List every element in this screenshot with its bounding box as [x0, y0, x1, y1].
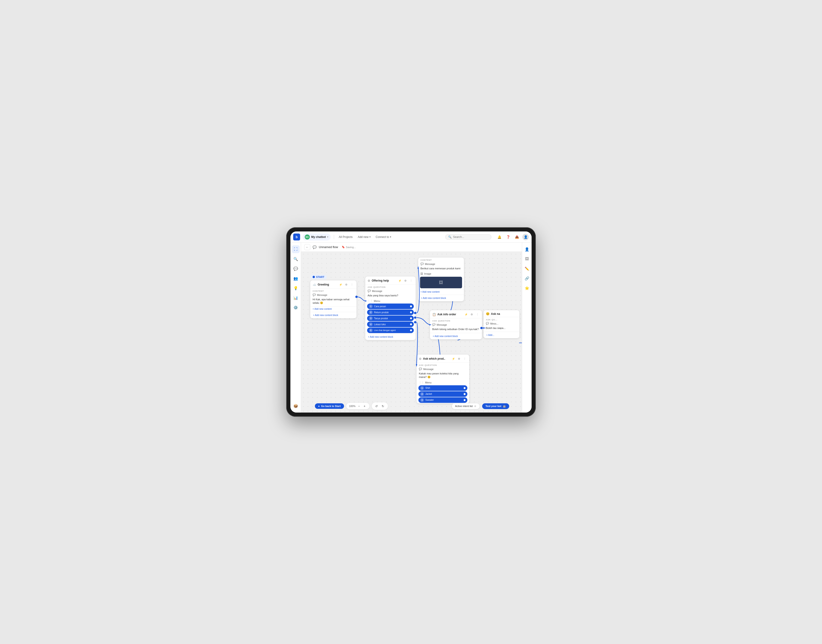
content-image-block: 🖼	[420, 277, 462, 288]
right-sidebar-people[interactable]: 👤	[523, 245, 531, 253]
offering-node-header: ⚙ Offering help ⚡ ⚙ ⋮	[365, 276, 416, 285]
offering-node-actions: ⚡ ⚙ ⋮	[397, 278, 413, 283]
menu-icon: ⋮⋮	[368, 299, 373, 302]
offering-settings-btn[interactable]: ⚙	[403, 278, 408, 283]
help-icon[interactable]: ❓	[505, 234, 511, 240]
greeting-more-btn[interactable]: ⋮	[350, 282, 354, 287]
ask-which-content-type: 💬 Message	[417, 367, 469, 371]
flow-name: Unnamed flow	[319, 245, 338, 249]
start-dot	[313, 276, 315, 278]
chevron-down-icon: ▾	[370, 236, 371, 238]
message-icon: 💬	[368, 290, 371, 293]
ask-which-node[interactable]: ⚙ Ask which prod.. ⚡ ⚙ ⋮ ASK QUESTION 💬 …	[417, 354, 469, 403]
offering-add-block[interactable]: + Add new content block	[365, 334, 416, 340]
sidebar-item-users[interactable]: 👥	[292, 274, 300, 282]
ask-info-content-type: 💬 Message	[430, 322, 482, 327]
ask-info-section-label: ASK QUESTION	[430, 318, 482, 322]
menu-item-3[interactable]: 3 Tanya produk	[367, 316, 414, 321]
save-icon: 🔖	[342, 245, 345, 248]
menu-item-1[interactable]: 1 Cara pesan	[367, 304, 414, 309]
test-bot-button[interactable]: Test your bot 🤖	[482, 403, 509, 409]
content-add-content[interactable]: + Add new content	[418, 289, 464, 294]
search-bar[interactable]: 🔍	[445, 234, 491, 240]
ask-info-duplicate-btn[interactable]: ⚡	[464, 312, 469, 317]
flow-header: ← 💬 Unnamed flow 🔖 Saving...	[301, 242, 522, 252]
menu-item-4[interactable]: 4 Lokasi toko	[367, 322, 414, 327]
connect-to-dropdown[interactable]: Connect to ▾	[374, 235, 393, 239]
content-type-row-2: 🖼 Image	[418, 271, 464, 276]
offering-message: Ada yang bisa saya bantu?	[365, 293, 416, 299]
image-icon: 🖼	[420, 272, 423, 275]
back-button[interactable]: ←	[304, 244, 310, 250]
greeting-add-content[interactable]: + Add new content	[310, 306, 356, 311]
search-input[interactable]	[453, 235, 488, 239]
star-icon: ☆	[474, 405, 476, 408]
right-sidebar-image[interactable]: 🖼	[523, 255, 531, 263]
profile-icon[interactable]: 👤	[522, 234, 529, 240]
all-projects-link[interactable]: All Projects	[337, 235, 354, 239]
ask-info-add-block[interactable]: + Add new content block	[430, 333, 482, 339]
greeting-content-type: 💬 Message	[310, 293, 356, 297]
ask-na-message: Boleh tau siapa...	[483, 326, 519, 331]
ask-na-add-block[interactable]: + Add...	[483, 332, 519, 338]
right-sidebar-user-edit[interactable]: ✏️	[523, 265, 531, 273]
notification-icon[interactable]: 🔔	[496, 234, 503, 240]
greeting-node-header: ☁️ Greeting ⚡ ⚙ ⋮	[310, 281, 356, 288]
offering-menu-row: ⋮⋮ Menu	[365, 299, 416, 303]
logo: b	[293, 233, 300, 241]
sidebar-item-search[interactable]: 🔍	[292, 255, 300, 263]
add-new-dropdown[interactable]: Add new ▾	[356, 235, 372, 239]
start-badge: START	[310, 275, 327, 279]
which-menu-item-1[interactable]: 1 Shirt	[419, 385, 467, 391]
ask-which-node-header: ⚙ Ask which prod.. ⚡ ⚙ ⋮	[417, 354, 469, 363]
ask-na-node[interactable]: 😊 Ask na ASK QU... 💬 Mess... Boleh tau s…	[483, 310, 519, 338]
canvas[interactable]: START ☁️ Greeting ⚡ ⚙ ⋮	[301, 252, 522, 412]
right-sidebar-star[interactable]: ⭐	[523, 284, 531, 292]
greeting-duplicate-btn[interactable]: ⚡	[339, 282, 343, 287]
greeting-add-block[interactable]: + Add new content block	[310, 312, 356, 318]
greeting-settings-btn[interactable]: ⚙	[344, 282, 349, 287]
bot-avatar: MC	[305, 235, 310, 239]
offering-duplicate-btn[interactable]: ⚡	[397, 278, 402, 283]
whatsapp-icon: 💬	[313, 245, 316, 249]
ask-info-node[interactable]: 📋 Ask info order ⚡ ⚙ ⋮ ASK QUESTION 💬 Me	[430, 310, 482, 339]
chevron-down-icon: ▾	[390, 236, 391, 238]
message-icon: 💬	[420, 262, 424, 265]
which-menu-item-2[interactable]: 2 Jacket	[419, 391, 467, 397]
sidebar-item-flow[interactable]: ⛶	[292, 245, 300, 253]
ask-info-node-actions: ⚡ ⚙ ⋮	[464, 312, 480, 317]
ask-which-duplicate-btn[interactable]: ⚡	[451, 356, 456, 361]
ask-which-node-actions: ⚡ ⚙ ⋮	[451, 356, 467, 361]
redo-button[interactable]: ↻	[380, 403, 386, 409]
greeting-icon: ☁️	[313, 283, 316, 287]
top-nav: b MC My chatbot ▾ All Projects Add new ▾…	[290, 232, 532, 242]
zoom-out-button[interactable]: −	[357, 404, 361, 408]
right-sidebar-link[interactable]: 🔗	[523, 274, 531, 282]
undo-button[interactable]: ↺	[374, 403, 379, 409]
message-icon: 💬	[419, 368, 422, 371]
inbox-icon[interactable]: 📥	[514, 234, 520, 240]
sidebar-item-box[interactable]: 📦	[292, 402, 300, 410]
ask-info-settings-btn[interactable]: ⚙	[469, 312, 474, 317]
ask-which-more-btn[interactable]: ⋮	[462, 356, 467, 361]
offering-node[interactable]: ⚙ Offering help ⚡ ⚙ ⋮ ASK QUESTION 💬 Mes…	[365, 276, 416, 340]
bot-selector[interactable]: MC My chatbot ▾	[302, 233, 331, 241]
zoom-in-button[interactable]: +	[362, 404, 367, 408]
sidebar-item-brain[interactable]: 💡	[292, 284, 300, 292]
offering-icon: ⚙	[368, 279, 370, 282]
menu-item-2[interactable]: 2 Return produk	[367, 310, 414, 315]
which-menu-item-3[interactable]: 3 Sweater	[419, 397, 467, 403]
ask-info-more-btn[interactable]: ⋮	[475, 312, 480, 317]
sidebar-item-settings[interactable]: ⚙️	[292, 304, 300, 311]
sidebar-item-chart[interactable]: 📊	[292, 294, 300, 302]
ask-which-settings-btn[interactable]: ⚙	[457, 356, 462, 361]
go-back-button[interactable]: ● Go back to Start	[315, 403, 344, 409]
greeting-node[interactable]: ☁️ Greeting ⚡ ⚙ ⋮ CONTENT 💬	[310, 281, 356, 318]
greeting-node-actions: ⚡ ⚙ ⋮	[339, 282, 354, 287]
sidebar-item-chat[interactable]: 💬	[292, 265, 300, 273]
content-node[interactable]: CONTENT 💬 Message Berikut cara memesan p…	[418, 258, 464, 301]
active-intent-button[interactable]: Active intent list ☆	[452, 403, 480, 409]
offering-more-btn[interactable]: ⋮	[409, 278, 413, 283]
content-add-block[interactable]: + Add new content block	[418, 295, 464, 301]
menu-item-5[interactable]: 5 Live chat dengan agent	[367, 328, 414, 333]
